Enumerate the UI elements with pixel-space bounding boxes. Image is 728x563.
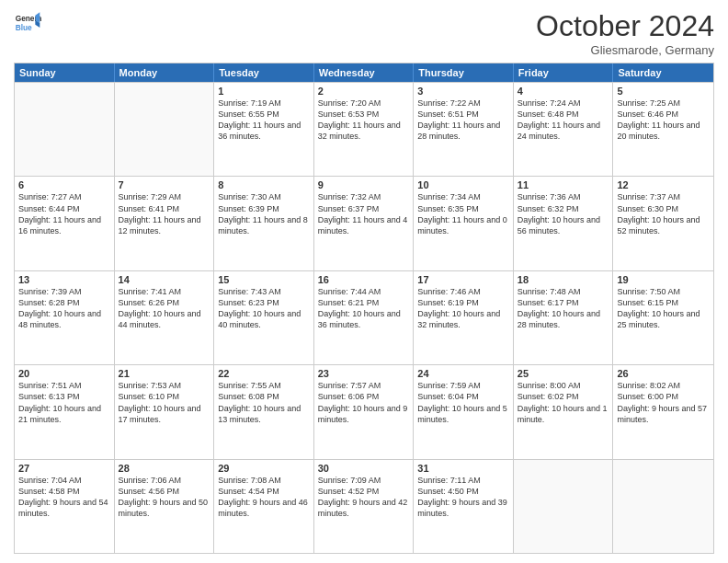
day-info: Sunrise: 7:34 AMSunset: 6:35 PMDaylight:… — [417, 191, 509, 236]
day-number: 13 — [18, 274, 110, 285]
day-number: 21 — [119, 368, 210, 379]
calendar-cell: 1Sunrise: 7:19 AMSunset: 6:55 PMDaylight… — [214, 83, 314, 176]
calendar-cell: 22Sunrise: 7:55 AMSunset: 6:08 PMDayligh… — [214, 365, 314, 458]
calendar-cell: 12Sunrise: 7:37 AMSunset: 6:30 PMDayligh… — [613, 177, 713, 270]
header: General Blue October 2024 Gliesmarode, G… — [14, 9, 714, 57]
calendar-cell: 7Sunrise: 7:29 AMSunset: 6:41 PMDaylight… — [115, 177, 215, 270]
day-info: Sunrise: 7:39 AMSunset: 6:28 PMDaylight:… — [18, 286, 110, 331]
day-of-week-header: Friday — [514, 63, 614, 82]
day-number: 5 — [617, 86, 710, 97]
calendar-week-row: 6Sunrise: 7:27 AMSunset: 6:44 PMDaylight… — [15, 176, 713, 270]
day-number: 17 — [417, 274, 509, 285]
day-info: Sunrise: 7:53 AMSunset: 6:10 PMDaylight:… — [119, 380, 210, 425]
day-info: Sunrise: 7:30 AMSunset: 6:39 PMDaylight:… — [218, 191, 310, 236]
day-info: Sunrise: 7:11 AMSunset: 4:50 PMDaylight:… — [417, 475, 509, 520]
day-info: Sunrise: 7:46 AMSunset: 6:19 PMDaylight:… — [417, 286, 509, 331]
day-of-week-header: Thursday — [414, 63, 514, 82]
calendar-cell: 15Sunrise: 7:43 AMSunset: 6:23 PMDayligh… — [214, 271, 314, 364]
day-info: Sunrise: 7:06 AMSunset: 4:56 PMDaylight:… — [119, 475, 210, 520]
calendar-cell: 25Sunrise: 8:00 AMSunset: 6:02 PMDayligh… — [514, 365, 614, 458]
day-number: 24 — [417, 368, 509, 379]
day-info: Sunrise: 7:19 AMSunset: 6:55 PMDaylight:… — [218, 98, 310, 143]
calendar-cell: 9Sunrise: 7:32 AMSunset: 6:37 PMDaylight… — [314, 177, 415, 270]
day-info: Sunrise: 7:20 AMSunset: 6:53 PMDaylight:… — [318, 98, 410, 143]
calendar-cell: 10Sunrise: 7:34 AMSunset: 6:35 PMDayligh… — [414, 177, 514, 270]
day-info: Sunrise: 7:36 AMSunset: 6:32 PMDaylight:… — [518, 191, 609, 236]
calendar-cell: 28Sunrise: 7:06 AMSunset: 4:56 PMDayligh… — [115, 460, 215, 553]
calendar: SundayMondayTuesdayWednesdayThursdayFrid… — [14, 63, 714, 554]
calendar-cell: 4Sunrise: 7:24 AMSunset: 6:48 PMDaylight… — [514, 83, 614, 176]
calendar-cell: 19Sunrise: 7:50 AMSunset: 6:15 PMDayligh… — [613, 271, 713, 364]
calendar-cell: 13Sunrise: 7:39 AMSunset: 6:28 PMDayligh… — [15, 271, 115, 364]
calendar-cell: 21Sunrise: 7:53 AMSunset: 6:10 PMDayligh… — [115, 365, 215, 458]
day-number: 16 — [318, 274, 410, 285]
day-number: 31 — [417, 463, 509, 474]
day-info: Sunrise: 7:32 AMSunset: 6:37 PMDaylight:… — [318, 191, 410, 236]
day-number: 9 — [318, 179, 410, 190]
calendar-cell: 27Sunrise: 7:04 AMSunset: 4:58 PMDayligh… — [15, 460, 115, 553]
calendar-body: 1Sunrise: 7:19 AMSunset: 6:55 PMDaylight… — [15, 82, 713, 553]
day-number: 6 — [18, 179, 110, 190]
day-of-week-header: Sunday — [15, 63, 115, 82]
day-info: Sunrise: 7:57 AMSunset: 6:06 PMDaylight:… — [318, 380, 410, 425]
day-number: 30 — [318, 463, 410, 474]
calendar-week-row: 1Sunrise: 7:19 AMSunset: 6:55 PMDaylight… — [15, 82, 713, 176]
day-number: 8 — [218, 179, 310, 190]
calendar-cell: 30Sunrise: 7:09 AMSunset: 4:52 PMDayligh… — [314, 460, 415, 553]
title-block: October 2024 Gliesmarode, Germany — [536, 9, 714, 57]
day-number: 1 — [218, 86, 310, 97]
svg-text:Blue: Blue — [16, 23, 32, 32]
calendar-cell: 11Sunrise: 7:36 AMSunset: 6:32 PMDayligh… — [514, 177, 614, 270]
day-number: 4 — [518, 86, 609, 97]
calendar-cell: 16Sunrise: 7:44 AMSunset: 6:21 PMDayligh… — [314, 271, 415, 364]
day-info: Sunrise: 7:25 AMSunset: 6:46 PMDaylight:… — [617, 98, 710, 143]
day-info: Sunrise: 8:02 AMSunset: 6:00 PMDaylight:… — [617, 380, 710, 425]
calendar-cell: 14Sunrise: 7:41 AMSunset: 6:26 PMDayligh… — [115, 271, 215, 364]
calendar-cell: 17Sunrise: 7:46 AMSunset: 6:19 PMDayligh… — [414, 271, 514, 364]
day-info: Sunrise: 7:04 AMSunset: 4:58 PMDaylight:… — [18, 475, 110, 520]
day-number: 7 — [119, 179, 210, 190]
calendar-week-row: 20Sunrise: 7:51 AMSunset: 6:13 PMDayligh… — [15, 364, 713, 458]
day-number: 25 — [518, 368, 609, 379]
day-number: 19 — [617, 274, 710, 285]
day-number: 3 — [417, 86, 509, 97]
logo: General Blue — [14, 9, 41, 37]
calendar-header: SundayMondayTuesdayWednesdayThursdayFrid… — [15, 63, 713, 82]
day-info: Sunrise: 7:50 AMSunset: 6:15 PMDaylight:… — [617, 286, 710, 331]
day-number: 15 — [218, 274, 310, 285]
calendar-cell: 8Sunrise: 7:30 AMSunset: 6:39 PMDaylight… — [214, 177, 314, 270]
calendar-cell: 20Sunrise: 7:51 AMSunset: 6:13 PMDayligh… — [15, 365, 115, 458]
day-info: Sunrise: 7:43 AMSunset: 6:23 PMDaylight:… — [218, 286, 310, 331]
day-info: Sunrise: 7:29 AMSunset: 6:41 PMDaylight:… — [119, 191, 210, 236]
day-info: Sunrise: 7:44 AMSunset: 6:21 PMDaylight:… — [318, 286, 410, 331]
day-number: 27 — [18, 463, 110, 474]
day-of-week-header: Monday — [115, 63, 215, 82]
calendar-cell: 29Sunrise: 7:08 AMSunset: 4:54 PMDayligh… — [214, 460, 314, 553]
calendar-cell — [115, 83, 215, 176]
location: Gliesmarode, Germany — [536, 43, 714, 57]
day-of-week-header: Saturday — [613, 63, 713, 82]
calendar-cell: 24Sunrise: 7:59 AMSunset: 6:04 PMDayligh… — [414, 365, 514, 458]
day-info: Sunrise: 7:41 AMSunset: 6:26 PMDaylight:… — [119, 286, 210, 331]
day-info: Sunrise: 7:48 AMSunset: 6:17 PMDaylight:… — [518, 286, 609, 331]
calendar-cell — [613, 460, 713, 553]
day-info: Sunrise: 8:00 AMSunset: 6:02 PMDaylight:… — [518, 380, 609, 425]
day-number: 28 — [119, 463, 210, 474]
day-number: 10 — [417, 179, 509, 190]
day-info: Sunrise: 7:27 AMSunset: 6:44 PMDaylight:… — [18, 191, 110, 236]
day-number: 22 — [218, 368, 310, 379]
day-info: Sunrise: 7:37 AMSunset: 6:30 PMDaylight:… — [617, 191, 710, 236]
calendar-cell: 3Sunrise: 7:22 AMSunset: 6:51 PMDaylight… — [414, 83, 514, 176]
day-info: Sunrise: 7:09 AMSunset: 4:52 PMDaylight:… — [318, 475, 410, 520]
day-info: Sunrise: 7:55 AMSunset: 6:08 PMDaylight:… — [218, 380, 310, 425]
calendar-cell: 26Sunrise: 8:02 AMSunset: 6:00 PMDayligh… — [613, 365, 713, 458]
day-number: 2 — [318, 86, 410, 97]
day-of-week-header: Wednesday — [314, 63, 415, 82]
calendar-cell: 2Sunrise: 7:20 AMSunset: 6:53 PMDaylight… — [314, 83, 415, 176]
calendar-cell: 31Sunrise: 7:11 AMSunset: 4:50 PMDayligh… — [414, 460, 514, 553]
month-title: October 2024 — [536, 9, 714, 43]
day-number: 20 — [18, 368, 110, 379]
day-number: 18 — [518, 274, 609, 285]
day-of-week-header: Tuesday — [214, 63, 314, 82]
day-number: 29 — [218, 463, 310, 474]
